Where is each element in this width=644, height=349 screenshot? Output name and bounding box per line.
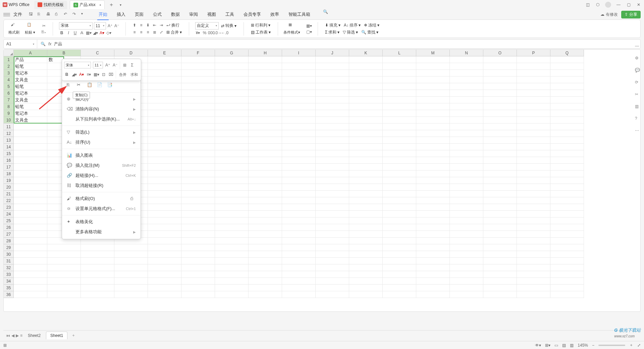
cell-L22[interactable] — [383, 197, 416, 204]
cell-G4[interactable] — [215, 77, 249, 83]
cell-G9[interactable] — [215, 110, 249, 117]
status-mode-icon[interactable]: ⊞ — [3, 343, 7, 348]
cm-format-painter[interactable]: 🖌格式刷(O) ⎙ — [62, 194, 141, 204]
cell-E34[interactable] — [148, 278, 181, 285]
cell-E3[interactable] — [148, 70, 181, 77]
row-header[interactable]: 17 — [4, 164, 14, 170]
save-icon[interactable]: 🖫 — [29, 12, 34, 17]
cell-K6[interactable] — [349, 90, 383, 97]
row-header[interactable]: 29 — [4, 244, 14, 251]
cell-Q8[interactable] — [550, 103, 584, 110]
row-header[interactable]: 26 — [4, 224, 14, 231]
cell-F24[interactable] — [181, 211, 215, 217]
cell-B34[interactable] — [47, 278, 81, 285]
cell-D33[interactable] — [114, 271, 148, 278]
cell-I29[interactable] — [282, 244, 316, 251]
cell-E5[interactable] — [148, 83, 181, 90]
cell-O21[interactable] — [483, 191, 517, 197]
cell-H28[interactable] — [249, 238, 282, 244]
cell-H8[interactable] — [249, 103, 282, 110]
cell-I11[interactable] — [282, 123, 316, 130]
cell-M14[interactable] — [416, 144, 450, 150]
cell-A20[interactable] — [14, 184, 47, 191]
sheet-tab-sheet2[interactable]: Sheet2 — [24, 332, 45, 339]
cell-P16[interactable] — [517, 157, 550, 164]
cell-Q30[interactable] — [550, 251, 584, 258]
cell-J6[interactable] — [316, 90, 349, 97]
tab-template[interactable]: 找稻壳模板 — [34, 1, 67, 9]
cell-I19[interactable] — [282, 177, 316, 184]
cell-I24[interactable] — [282, 211, 316, 217]
cell-O26[interactable] — [483, 224, 517, 231]
cell-F6[interactable] — [181, 90, 215, 97]
cell-Q35[interactable] — [550, 285, 584, 291]
cell-K14[interactable] — [349, 144, 383, 150]
cell-F23[interactable] — [181, 204, 215, 211]
row-header[interactable]: 15 — [4, 150, 14, 157]
strike-icon[interactable]: A — [79, 30, 85, 36]
decrease-font-icon[interactable]: A⁻ — [114, 23, 119, 29]
cell-E15[interactable] — [148, 150, 181, 157]
view-normal-icon[interactable]: ▭ — [554, 343, 558, 348]
cell-C34[interactable] — [81, 278, 114, 285]
row-header[interactable]: 4 — [4, 77, 14, 83]
view-break-icon[interactable]: ▥ — [570, 343, 574, 348]
cell-Q12[interactable] — [550, 130, 584, 137]
style-icon[interactable]: ⚙ — [635, 56, 641, 62]
cell-O15[interactable] — [483, 150, 517, 157]
cell-A24[interactable] — [14, 211, 47, 217]
cell-N32[interactable] — [450, 264, 483, 271]
row-header[interactable]: 5 — [4, 83, 14, 90]
mini-align-icon[interactable]: ≡▾ — [86, 72, 92, 77]
cell-L9[interactable] — [383, 110, 416, 117]
cell-H11[interactable] — [249, 123, 282, 130]
cell-A25[interactable] — [14, 217, 47, 224]
cell-G15[interactable] — [215, 150, 249, 157]
cell-M8[interactable] — [416, 103, 450, 110]
column-header[interactable]: K — [349, 50, 383, 56]
cell-H12[interactable] — [249, 130, 282, 137]
cell-E23[interactable] — [148, 204, 181, 211]
cell-J1[interactable] — [316, 56, 349, 63]
cell-G20[interactable] — [215, 184, 249, 191]
convert-button[interactable]: ⇄ 转换▾ — [220, 22, 237, 29]
file-menu[interactable]: 文件 — [11, 11, 25, 17]
cell-F13[interactable] — [181, 137, 215, 144]
row-header[interactable]: 13 — [4, 137, 14, 144]
cell-J22[interactable] — [316, 197, 349, 204]
highlight-icon[interactable]: ◇▾ — [106, 30, 111, 36]
cell-G17[interactable] — [215, 164, 249, 170]
list-sheets-icon[interactable]: ≡ — [20, 333, 22, 338]
cell-G26[interactable] — [215, 224, 249, 231]
cell-N3[interactable] — [450, 70, 483, 77]
cell-F3[interactable] — [181, 70, 215, 77]
cell-E28[interactable] — [148, 238, 181, 244]
cell-C35[interactable] — [81, 285, 114, 291]
cell-G8[interactable] — [215, 103, 249, 110]
cell-E33[interactable] — [148, 271, 181, 278]
chat-icon[interactable]: 💬 — [635, 68, 641, 74]
cell-L8[interactable] — [383, 103, 416, 110]
cell-A21[interactable] — [14, 191, 47, 197]
cell-G2[interactable] — [215, 63, 249, 70]
cell-A18[interactable] — [14, 170, 47, 177]
cell-F2[interactable] — [181, 63, 215, 70]
cell-L13[interactable] — [383, 137, 416, 144]
cell-F28[interactable] — [181, 238, 215, 244]
cell-D32[interactable] — [114, 264, 148, 271]
cell-L32[interactable] — [383, 264, 416, 271]
zoom-out-icon[interactable]: − — [592, 343, 594, 348]
collapse-icon[interactable]: — — [635, 44, 641, 50]
cell-H19[interactable] — [249, 177, 282, 184]
cell-K27[interactable] — [349, 231, 383, 238]
tab-formula[interactable]: 公式 — [152, 9, 163, 19]
zoom-slider[interactable] — [598, 345, 625, 346]
cell-Q5[interactable] — [550, 83, 584, 90]
row-header[interactable]: 25 — [4, 217, 14, 224]
cell-N4[interactable] — [450, 77, 483, 83]
cell-F34[interactable] — [181, 278, 215, 285]
cell-E27[interactable] — [148, 231, 181, 238]
tab-page[interactable]: 页面 — [133, 9, 145, 19]
cell-K16[interactable] — [349, 157, 383, 164]
cell-F25[interactable] — [181, 217, 215, 224]
